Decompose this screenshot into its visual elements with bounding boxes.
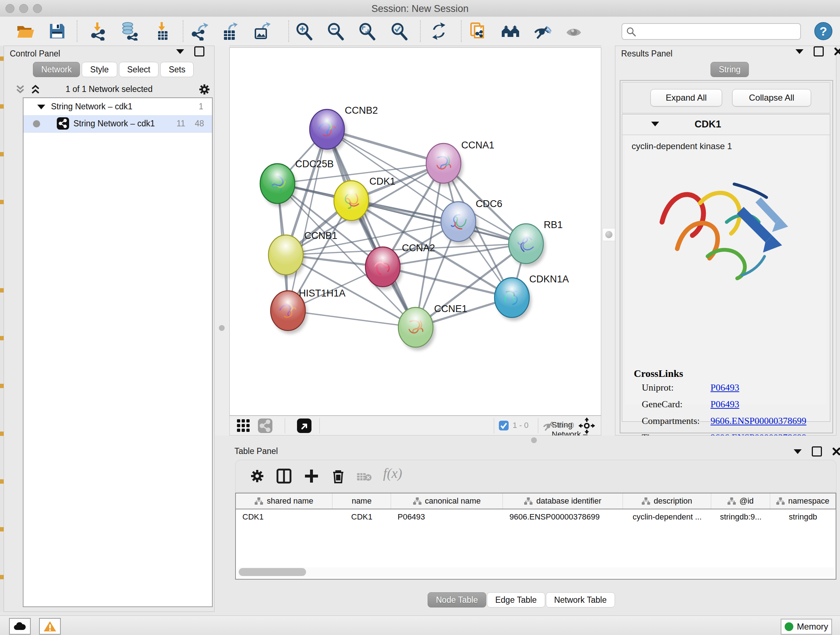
table-options-gear-icon[interactable]: [249, 468, 265, 484]
refresh-icon[interactable]: [429, 22, 448, 41]
control-panel-menu-icon[interactable]: [176, 49, 184, 54]
selected-checkbox-icon[interactable]: [499, 421, 508, 431]
svg-text:?: ?: [820, 24, 827, 38]
toolbar-separator: [420, 20, 421, 42]
horizontal-splitter[interactable]: [229, 435, 836, 445]
help-icon[interactable]: ?: [814, 22, 833, 41]
network-graph[interactable]: CCNB2CCNA1CDC25BCDK1CDC6RB1CCNB1CCNA2CDK…: [230, 48, 601, 415]
tab-style[interactable]: Style: [82, 62, 117, 77]
toolbar-separator: [461, 20, 462, 42]
column-header-name[interactable]: name: [332, 494, 391, 509]
import-table-icon[interactable]: [152, 22, 171, 41]
cloud-button[interactable]: [9, 618, 31, 635]
network-row-selected[interactable]: String Network – cdk1 11 48: [24, 115, 212, 133]
node-label: CDC6: [476, 198, 502, 209]
import-network-file-icon[interactable]: [88, 22, 107, 41]
toolbar-separator: [288, 20, 289, 42]
table-panel-float-icon[interactable]: [812, 447, 822, 456]
export-table-icon[interactable]: [221, 22, 240, 41]
gene-section-header[interactable]: CDK1: [622, 114, 830, 135]
birdseye-view-icon[interactable]: [297, 418, 311, 433]
network-options-gear-icon[interactable]: [198, 83, 211, 96]
crosslink-link[interactable]: P06493: [711, 382, 739, 393]
tab-edge-table[interactable]: Edge Table: [487, 592, 545, 608]
network-collection-row[interactable]: String Network – cdk1 1: [24, 98, 212, 115]
crosslink-link[interactable]: P06493: [711, 399, 739, 410]
network-node-rb1[interactable]: RB1: [508, 219, 563, 267]
show-columns-icon[interactable]: [276, 468, 292, 484]
network-node-ccnb1[interactable]: CCNB1: [268, 230, 338, 278]
memory-button[interactable]: Memory: [781, 619, 832, 635]
open-session-icon[interactable]: [16, 22, 35, 41]
toolbar-separator: [538, 418, 538, 433]
tab-node-table[interactable]: Node Table: [428, 592, 486, 608]
search-box: [622, 23, 801, 40]
network-node-cdc6[interactable]: CDC6: [441, 198, 502, 245]
left-splitter[interactable]: [215, 46, 229, 435]
scrollbar-thumb[interactable]: [239, 568, 306, 576]
column-header-canonical-name[interactable]: canonical name: [391, 494, 503, 509]
network-node-hist1h1a[interactable]: HIST1H1A: [271, 288, 346, 334]
search-input[interactable]: [640, 25, 797, 37]
export-network-icon[interactable]: [190, 22, 209, 41]
save-session-icon[interactable]: [48, 22, 66, 41]
network-node-ccnb2[interactable]: CCNB2: [309, 105, 378, 152]
network-node-cdk1[interactable]: CDK1: [334, 176, 395, 224]
node-label: CDC25B: [295, 158, 334, 169]
memory-label: Memory: [797, 622, 829, 632]
tab-sets[interactable]: Sets: [160, 62, 194, 77]
tab-network-table[interactable]: Network Table: [546, 592, 615, 608]
node-label: CCNB2: [345, 105, 378, 116]
results-content-box: Expand All Collapse All CDK1 cyclin-depe…: [620, 80, 833, 433]
tab-select[interactable]: Select: [119, 62, 159, 77]
table-panel-title: Table Panel: [234, 447, 278, 456]
table-horizontal-scrollbar[interactable]: [237, 567, 834, 577]
toolbar-separator: [319, 418, 320, 433]
network-node-cdkn1a[interactable]: CDKN1A: [494, 274, 569, 321]
zoom-selected-icon[interactable]: [390, 22, 409, 41]
results-panel-menu-icon[interactable]: [796, 49, 804, 54]
title-bar: Session: New Session: [0, 0, 840, 17]
network-edge[interactable]: [288, 129, 327, 310]
network-node-ccne1[interactable]: CCNE1: [398, 303, 467, 350]
column-header-shared-name[interactable]: shared name: [236, 494, 332, 509]
export-image-icon[interactable]: [253, 22, 271, 41]
zoom-fit-icon[interactable]: [357, 22, 376, 41]
network-view-icon[interactable]: [258, 418, 272, 433]
column-header--id[interactable]: @id: [711, 494, 771, 509]
network-canvas[interactable]: CCNB2CCNA1CDC25BCDK1CDC6RB1CCNB1CCNA2CDK…: [229, 48, 601, 416]
table-data-row[interactable]: CDK1CDK1P064939606.ENSP00000378699cyclin…: [236, 509, 836, 524]
grid-view-icon[interactable]: [236, 418, 251, 433]
node-label: CCNA2: [402, 242, 435, 253]
warnings-button[interactable]: [39, 618, 61, 635]
tab-network[interactable]: Network: [33, 62, 80, 77]
pan-move-icon[interactable]: [578, 417, 595, 434]
zoom-in-icon[interactable]: [294, 22, 313, 41]
import-network-database-icon[interactable]: [119, 22, 138, 41]
column-header-database-identifier[interactable]: database identifier: [503, 494, 623, 509]
node-table: shared namenamecanonical namedatabase id…: [235, 493, 836, 580]
gene-expand-caret[interactable]: [651, 122, 659, 126]
create-column-icon[interactable]: [303, 468, 319, 484]
tab-string[interactable]: String: [711, 62, 749, 77]
clone-network-icon[interactable]: [469, 22, 488, 41]
results-panel-float-icon[interactable]: [813, 46, 824, 57]
hide-selected-icon[interactable]: [533, 22, 552, 41]
control-panel-float-icon[interactable]: [194, 46, 204, 57]
crosslink-link[interactable]: 9606.ENSP00000378699: [711, 416, 806, 426]
collection-expand-caret[interactable]: [37, 105, 45, 109]
zoom-out-icon[interactable]: [326, 22, 345, 41]
first-neighbors-icon[interactable]: [501, 22, 520, 41]
collapse-all-button[interactable]: Collapse All: [732, 89, 811, 106]
table-panel-menu-icon[interactable]: [794, 449, 802, 454]
column-header-description[interactable]: description: [623, 494, 711, 509]
node-label: HIST1H1A: [299, 288, 346, 299]
expand-all-button[interactable]: Expand All: [651, 89, 722, 106]
show-all-icon[interactable]: [564, 22, 583, 41]
results-panel-close-icon[interactable]: [834, 47, 840, 56]
table-panel-close-icon[interactable]: [832, 447, 840, 456]
gene-name: CDK1: [695, 119, 722, 130]
delete-column-icon[interactable]: [330, 468, 346, 484]
column-header-namespace[interactable]: namespace: [770, 494, 836, 509]
right-splitter-handle[interactable]: [602, 228, 615, 241]
